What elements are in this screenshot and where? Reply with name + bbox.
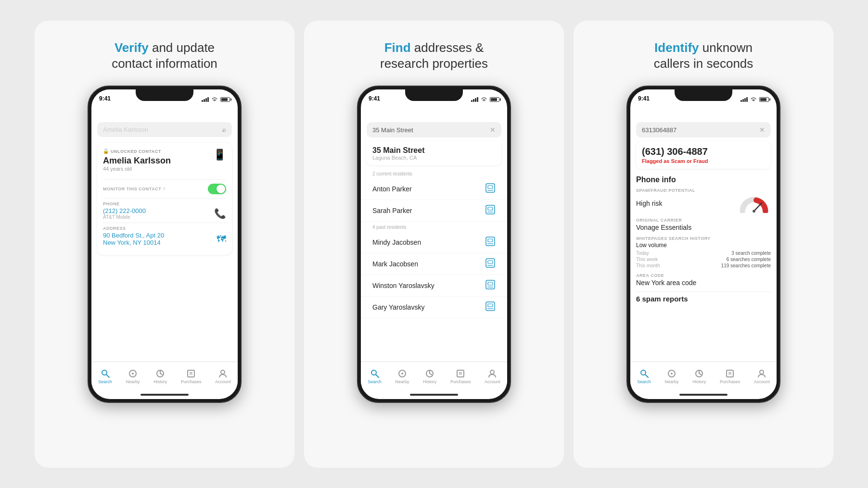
svg-rect-43 — [727, 370, 733, 377]
svg-point-35 — [490, 370, 494, 374]
bottom-nav-2: Search Nearby History Purchases — [361, 362, 507, 390]
resident-mindy[interactable]: Mindy Jacobsen — [361, 232, 507, 253]
address-details: 90 Bedford St., Apt 20 New York, NY 1001… — [103, 232, 164, 246]
nav-account-1[interactable]: Account — [215, 369, 231, 384]
monitor-toggle[interactable] — [208, 184, 226, 194]
svg-point-30 — [401, 373, 403, 375]
clear-icon-2: ✕ — [490, 126, 496, 134]
svg-rect-16 — [488, 239, 493, 242]
bottom-nav-3: Search Nearby History Purchases — [630, 362, 777, 390]
carrier-label: ORIGINAL CARRIER — [636, 218, 771, 223]
panel-verify-title: Verify and updatecontact information — [112, 40, 217, 73]
svg-point-41 — [671, 373, 673, 375]
nav-purchases-1[interactable]: Purchases — [181, 369, 202, 384]
bottom-nav-1: Search Nearby History Purchases — [91, 362, 238, 390]
purchases-nav-icon-2 — [456, 369, 465, 378]
history-label: WHITEPAGES SEARCH HISTORY — [636, 236, 771, 241]
account-nav-icon-3 — [757, 369, 766, 378]
phone-search-bar[interactable]: 6313064887 ✕ — [636, 122, 771, 138]
home-indicator-2 — [361, 390, 507, 399]
time-3: 9:41 — [638, 95, 650, 102]
unlocked-badge: 🔓 UNLOCKED CONTACT — [103, 149, 171, 154]
wifi-icon-3 — [750, 97, 757, 102]
phone-info-section: PHONE (212) 222-0000 AT&T Mobile 📞 — [103, 201, 226, 220]
current-residents-header: 2 current residents — [361, 168, 507, 178]
nav-history-1[interactable]: History — [153, 369, 167, 384]
nav-account-2[interactable]: Account — [485, 369, 500, 384]
svg-line-36 — [754, 203, 762, 211]
phone-value: (212) 222-0000 — [103, 207, 146, 214]
phone-info-title: Phone info — [636, 175, 771, 184]
map-icon: 🗺 — [217, 234, 226, 245]
resident-sarah[interactable]: Sarah Parker — [361, 200, 507, 222]
phone-result-card: (631) 306-4887 Flagged as Scam or Fraud — [636, 141, 771, 169]
monitor-label: MONITOR THIS CONTACT ? — [103, 187, 166, 191]
home-bar-1 — [140, 394, 189, 396]
battery-icon-2 — [490, 97, 499, 102]
account-nav-icon-2 — [487, 369, 497, 378]
address-line1: 90 Bedford St., Apt 20 — [103, 232, 164, 239]
history-nav-icon — [155, 369, 165, 378]
search-bar-1[interactable]: Amelia Karlsson ⌕ — [97, 122, 232, 137]
status-icons-1 — [202, 97, 230, 102]
resident-gary[interactable]: Gary Yaroslavsky — [361, 297, 507, 318]
nav-search-3[interactable]: Search — [637, 369, 651, 384]
flagged-prefix: Flagged as — [642, 158, 671, 164]
nav-search-2[interactable]: Search — [368, 369, 382, 384]
svg-rect-9 — [486, 184, 495, 192]
nav-search-1[interactable]: Search — [98, 369, 112, 384]
carrier-value: Vonage Essentials — [636, 224, 771, 231]
nav-purchases-2[interactable]: Purchases — [450, 369, 471, 384]
spam-fraud-block: SPAM/FRAUD POTENTIAL High risk — [636, 188, 771, 213]
svg-line-28 — [376, 375, 379, 377]
time-2: 9:41 — [369, 95, 380, 102]
home-bar-2 — [410, 394, 458, 396]
svg-point-46 — [760, 370, 764, 374]
nav-nearby-1[interactable]: Nearby — [126, 369, 140, 384]
nav-history-3[interactable]: History — [692, 369, 706, 384]
notch-2 — [405, 87, 463, 101]
carrier-block: ORIGINAL CARRIER Vonage Essentials — [636, 218, 771, 231]
contact-card: 🔓 UNLOCKED CONTACT Amelia Karlsson 44 ye… — [97, 143, 232, 255]
nav-nearby-3[interactable]: Nearby — [665, 369, 679, 384]
svg-point-37 — [753, 210, 755, 213]
phone-content-2: 35 Main Street ✕ 35 Main Street Laguna B… — [361, 104, 507, 399]
contact-info-left: 🔓 UNLOCKED CONTACT Amelia Karlsson 44 ye… — [103, 149, 171, 176]
resident-icon-gary — [485, 301, 496, 313]
history-row-week: This week 6 searches complete — [636, 257, 771, 262]
nav-account-3[interactable]: Account — [754, 369, 770, 384]
status-icons-2 — [471, 97, 499, 102]
contact-age: 44 years old — [103, 166, 171, 172]
svg-rect-13 — [488, 207, 493, 210]
toggle-knob — [217, 185, 225, 193]
svg-rect-18 — [486, 259, 495, 267]
address-label: ADDRESS — [103, 226, 226, 231]
resident-winston[interactable]: Winston Yaroslavsky — [361, 275, 507, 297]
address-search-bar[interactable]: 35 Main Street ✕ — [367, 122, 501, 138]
search-history-table: Today 3 search complete This week 6 sear… — [636, 250, 771, 268]
account-nav-icon — [218, 369, 228, 378]
panel-identify: Identify unknowncallers in seconds 9:41 — [574, 21, 833, 468]
phone-2: 9:41 — [357, 86, 511, 403]
resident-mark[interactable]: Mark Jacobsen — [361, 253, 507, 275]
resident-anton[interactable]: Anton Parker — [361, 178, 507, 200]
wifi-icon-2 — [481, 97, 487, 102]
phone-content-1: Amelia Karlsson ⌕ 🔓 UNLOCKED CONTACT Ame… — [91, 104, 238, 399]
address-sub: Laguna Beach, CA — [372, 155, 496, 161]
nav-purchases-3[interactable]: Purchases — [720, 369, 740, 384]
svg-rect-22 — [488, 282, 493, 285]
nearby-nav-icon-2 — [397, 369, 407, 378]
signal-1 — [202, 97, 209, 102]
spam-reports-title: 6 spam reports — [636, 295, 771, 303]
nav-history-2[interactable]: History — [423, 369, 436, 384]
nav-nearby-2[interactable]: Nearby — [396, 369, 409, 384]
flagged-text: Flagged as Scam or Fraud — [642, 158, 765, 164]
svg-line-39 — [645, 375, 648, 377]
divider-2 — [103, 198, 226, 199]
status-icons-3 — [740, 97, 769, 102]
phone-number-display: (631) 306-4887 — [642, 146, 765, 157]
signal-3 — [740, 97, 748, 102]
svg-rect-15 — [486, 237, 495, 246]
area-code-value: New York area code — [636, 279, 771, 287]
notch-3 — [675, 87, 732, 101]
